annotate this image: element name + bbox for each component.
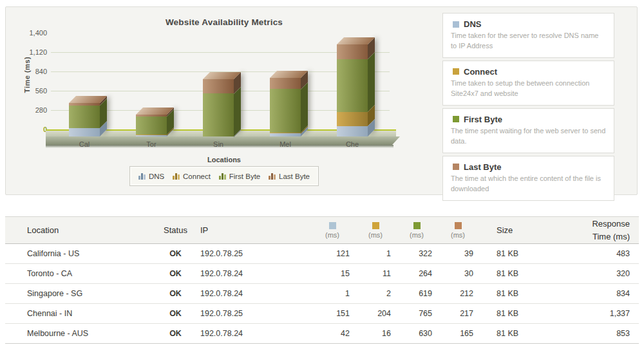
- segment-dns[interactable]: [270, 133, 301, 136]
- cell-location: Singapore - SG: [5, 284, 151, 304]
- table-row[interactable]: Toronto - CAOK192.0.78.2415112643081 KB3…: [5, 264, 639, 284]
- series-color-swatch: [453, 68, 459, 75]
- cell-status: OK: [151, 324, 200, 344]
- card-title: Last Byte: [451, 162, 606, 172]
- cell-location: California - US: [5, 244, 151, 264]
- col-header-location: Location: [5, 217, 151, 244]
- bar-cal[interactable]: [69, 103, 100, 136]
- cell-response-time: 834: [552, 284, 639, 304]
- card-title-text: DNS: [464, 19, 481, 29]
- y-tick-label: 1,120: [19, 48, 47, 56]
- table-row[interactable]: Singapore - SGOK192.0.78.241261921281 KB…: [5, 284, 639, 304]
- cell-response-time: 1,337: [552, 304, 639, 324]
- legend-item-last-byte[interactable]: Last Byte: [269, 173, 310, 180]
- availability-chart: Website Availability Metrics Time (ms) 0…: [6, 7, 442, 194]
- legend-label: First Byte: [229, 173, 261, 180]
- col-header-lastbyte-ms: (ms): [437, 217, 478, 244]
- table-row[interactable]: California - USOK192.0.78.2512113223981 …: [5, 244, 639, 264]
- segment-dns[interactable]: [69, 128, 100, 136]
- chart-legend: DNSConnectFirst ByteLast Byte: [129, 166, 319, 186]
- legend-label: Connect: [183, 173, 211, 180]
- card-description: Time taken to setup the between connecti…: [451, 79, 606, 99]
- cell-status: OK: [151, 264, 200, 284]
- segment-first-byte[interactable]: [136, 117, 167, 135]
- segment-connect[interactable]: [337, 112, 368, 126]
- bar-sin[interactable]: [203, 79, 234, 136]
- x-category-label: Tor: [126, 140, 177, 148]
- cell-ip: 192.0.78.24: [200, 324, 310, 344]
- x-axis-title: Locations: [6, 156, 442, 164]
- definition-card-connect: ConnectTime taken to setup the between c…: [442, 61, 614, 106]
- definition-card-last-byte: Last ByteThe time at which the entire co…: [442, 156, 614, 201]
- card-description: The time spent waiting for the web serve…: [451, 126, 606, 147]
- cell-firstbyte-ms: 619: [396, 284, 437, 304]
- col-header-status: Status: [151, 217, 200, 244]
- cell-dns-ms: 42: [310, 324, 355, 344]
- cell-dns-ms: 15: [310, 264, 355, 284]
- mini-bar-chart-icon: [173, 173, 180, 180]
- segment-last-byte[interactable]: [337, 44, 368, 59]
- lastbyte-color-swatch: [455, 222, 462, 229]
- cell-response-time: 320: [552, 264, 639, 284]
- dns-color-swatch: [329, 222, 336, 229]
- card-description: The time at which the entire content of …: [451, 174, 606, 194]
- series-color-swatch: [453, 164, 459, 170]
- legend-item-dns[interactable]: DNS: [138, 173, 164, 180]
- cell-size: 81 KB: [478, 284, 552, 304]
- segment-dns[interactable]: [136, 135, 167, 136]
- col-header-firstbyte-ms: (ms): [396, 217, 437, 244]
- x-category-label: Cal: [59, 140, 110, 148]
- segment-first-byte[interactable]: [270, 89, 301, 133]
- cell-connect-ms: 11: [355, 264, 396, 284]
- definition-card-first-byte: First ByteThe time spent waiting for the…: [442, 108, 614, 153]
- y-tick-label: 1,400: [19, 29, 47, 37]
- cell-firstbyte-ms: 322: [396, 244, 437, 264]
- legend-item-first-byte[interactable]: First Byte: [219, 173, 261, 180]
- cell-connect-ms: 204: [355, 304, 396, 324]
- series-color-swatch: [453, 116, 459, 122]
- segment-dns[interactable]: [337, 126, 368, 136]
- definition-card-dns: DNSTime taken for the server to resolve …: [442, 13, 614, 58]
- cell-dns-ms: 121: [310, 244, 355, 264]
- cell-ip: 192.0.78.25: [200, 304, 310, 324]
- y-tick-label: 0: [19, 126, 47, 133]
- cell-ip: 192.0.78.24: [200, 264, 310, 284]
- x-category-label: Che: [327, 140, 378, 148]
- connect-color-swatch: [372, 222, 379, 229]
- series-color-swatch: [453, 21, 459, 28]
- legend-item-connect[interactable]: Connect: [173, 173, 211, 180]
- bar-che[interactable]: [337, 44, 368, 136]
- cell-connect-ms: 16: [355, 324, 396, 344]
- mini-bar-chart-icon: [219, 173, 226, 180]
- cell-connect-ms: 1: [355, 244, 396, 264]
- card-title: First Byte: [451, 115, 606, 124]
- cell-connect-ms: 2: [355, 284, 396, 304]
- card-description: Time taken for the server to resolve DNS…: [451, 31, 606, 52]
- card-title: DNS: [451, 19, 606, 29]
- cell-dns-ms: 1: [310, 284, 355, 304]
- segment-last-byte[interactable]: [270, 78, 301, 89]
- col-header-ip: IP: [200, 217, 310, 244]
- cell-location: Melbourne - AUS: [5, 324, 151, 344]
- cell-location: Chennai - IN: [5, 304, 151, 324]
- table-row[interactable]: Melbourne - AUSOK192.0.78.24421663016581…: [5, 324, 639, 344]
- chart-title: Website Availability Metrics: [6, 17, 442, 27]
- cell-response-time: 853: [552, 324, 639, 344]
- cell-size: 81 KB: [478, 264, 552, 284]
- segment-last-byte[interactable]: [203, 79, 234, 94]
- mini-bar-chart-icon: [269, 173, 276, 180]
- bar-mel[interactable]: [270, 78, 301, 136]
- cell-status: OK: [151, 304, 200, 324]
- col-header-size: Size: [478, 217, 552, 244]
- segment-first-byte[interactable]: [337, 59, 368, 112]
- cell-firstbyte-ms: 264: [396, 264, 437, 284]
- segment-first-byte[interactable]: [203, 93, 234, 136]
- cell-lastbyte-ms: 39: [437, 244, 478, 264]
- bar-tor[interactable]: [136, 115, 167, 136]
- table-row[interactable]: Chennai - INOK192.0.78.2515120476521781 …: [5, 304, 639, 324]
- legend-label: Last Byte: [279, 173, 310, 180]
- cell-dns-ms: 151: [310, 304, 355, 324]
- legend-label: DNS: [149, 173, 164, 180]
- segment-first-byte[interactable]: [69, 106, 100, 128]
- locations-table: Location Status IP (ms) (ms) (ms) (ms: [5, 216, 639, 344]
